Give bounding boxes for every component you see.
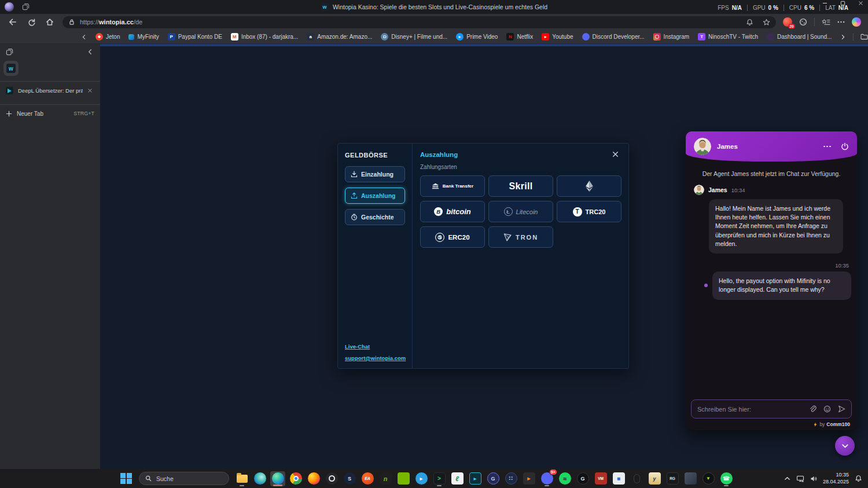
payment-tron[interactable]: TRON bbox=[488, 226, 553, 248]
taskbar-orange-play-app[interactable]: ▸ bbox=[521, 471, 536, 486]
taskbar-edge-beta[interactable] bbox=[252, 471, 267, 486]
taskbar-spotify[interactable]: ≈ bbox=[557, 471, 572, 486]
refresh-button[interactable] bbox=[25, 16, 37, 28]
bookmark-twitch[interactable]: TNinoschTV - Twitch bbox=[698, 33, 758, 41]
withdraw-tab-button[interactable]: Auszahlung bbox=[345, 188, 405, 204]
bookmark-youtube[interactable]: ▸Youtube bbox=[542, 33, 573, 41]
taskbar-g-app[interactable]: G bbox=[486, 471, 501, 486]
chat-menu-button[interactable] bbox=[823, 146, 831, 148]
volume-icon[interactable] bbox=[810, 475, 817, 482]
taskbar-discord[interactable]: 9+ bbox=[539, 471, 554, 486]
end-chat-power-button[interactable] bbox=[841, 142, 849, 151]
tray-expand-chevron[interactable] bbox=[784, 475, 790, 482]
bookmark-myfinity[interactable]: MyFinity bbox=[128, 34, 159, 40]
powerdirector-icon: ▸ bbox=[469, 472, 481, 485]
settings-menu-icon[interactable] bbox=[837, 21, 845, 23]
network-icon[interactable] bbox=[796, 475, 804, 482]
bookmark-disney[interactable]: DDisney+ | Filme und... bbox=[381, 33, 447, 41]
bookmarks-scroll-right[interactable] bbox=[840, 34, 846, 40]
youtube-favicon: ▸ bbox=[542, 33, 549, 41]
collapse-sidebar-button[interactable] bbox=[87, 49, 93, 55]
taskbar-nvidia[interactable]: n bbox=[378, 471, 393, 486]
more-favorites-button[interactable]: Weitere Favoriten bbox=[860, 34, 868, 40]
withdraw-panel-title: Auszahlung bbox=[420, 151, 621, 158]
notifications-bell-icon[interactable] bbox=[746, 19, 753, 26]
payment-trc20[interactable]: T TRC20 bbox=[557, 201, 621, 222]
chat-message-input[interactable] bbox=[697, 406, 802, 413]
taskbar-ea[interactable]: EA bbox=[360, 471, 375, 486]
bank-icon bbox=[432, 183, 439, 189]
bookmark-paypal[interactable]: PPaypal Konto DE bbox=[168, 33, 222, 41]
adblock-extension-icon[interactable]: 20 bbox=[783, 17, 792, 27]
taskbar-steam[interactable]: S bbox=[342, 471, 357, 486]
taskbar-voicemeeter[interactable]: VM bbox=[593, 471, 608, 486]
taskbar-edge-active[interactable] bbox=[270, 471, 285, 486]
bookmark-instagram[interactable]: Instagram bbox=[653, 33, 689, 41]
bookmark-prime-video[interactable]: ▸Prime Video bbox=[456, 33, 498, 41]
bookmark-netflix[interactable]: NNetflix bbox=[506, 33, 533, 41]
send-message-icon[interactable] bbox=[838, 405, 845, 413]
copilot-icon[interactable] bbox=[852, 17, 861, 27]
tab-groups-icon[interactable] bbox=[22, 3, 30, 10]
taskbar-chrome[interactable] bbox=[288, 471, 303, 486]
favorite-star-icon[interactable] bbox=[763, 19, 770, 26]
back-button[interactable] bbox=[7, 16, 19, 28]
disney-favicon: D bbox=[381, 33, 388, 41]
favorites-list-icon[interactable] bbox=[822, 19, 830, 26]
taskbar-obs[interactable] bbox=[324, 471, 339, 486]
taskbar-rg-app[interactable]: RG bbox=[665, 471, 680, 486]
notification-bell-icon[interactable] bbox=[855, 475, 862, 482]
taskbar-mouse-app[interactable] bbox=[629, 471, 644, 486]
payment-bank-transfer[interactable]: Bank Transfer bbox=[420, 175, 485, 197]
deposit-tab-button[interactable]: Einzahlung bbox=[345, 166, 405, 182]
payment-skrill[interactable]: Skrill bbox=[488, 175, 553, 197]
close-tab-icon[interactable] bbox=[87, 88, 93, 93]
tab-activity-icon[interactable] bbox=[6, 48, 13, 56]
taskbar-geforce[interactable] bbox=[396, 471, 411, 486]
bookmarks-scroll-left[interactable] bbox=[81, 34, 87, 40]
browser-logo[interactable] bbox=[5, 2, 14, 12]
live-chat-link[interactable]: Live-Chat bbox=[345, 343, 406, 350]
bookmark-amazon[interactable]: aAmazon.de: Amazo... bbox=[307, 33, 372, 41]
payment-bitcoin[interactable]: B bitcoin bbox=[420, 201, 485, 222]
taskbar-search[interactable]: Suche bbox=[139, 472, 229, 485]
attach-file-icon[interactable] bbox=[809, 405, 816, 413]
taskbar-whatsapp[interactable]: ☎ bbox=[719, 471, 734, 486]
payment-ethereum[interactable] bbox=[557, 175, 621, 197]
close-window-button[interactable] bbox=[858, 1, 863, 6]
address-bar[interactable]: https://wintopia.cc/de bbox=[62, 16, 776, 28]
payment-erc20[interactable]: $ ERC20 bbox=[420, 226, 485, 248]
taskbar-file-explorer[interactable] bbox=[234, 471, 249, 486]
emoji-icon[interactable] bbox=[823, 405, 831, 413]
taskbar-game-app[interactable] bbox=[683, 471, 698, 486]
cookie-extension-icon[interactable] bbox=[799, 18, 807, 26]
taskbar-green-arrow-app[interactable]: > bbox=[432, 471, 447, 486]
taskbar-firefox[interactable] bbox=[306, 471, 321, 486]
system-tray: 10:35 28.04.2025 bbox=[784, 472, 868, 485]
minimize-button[interactable] bbox=[822, 1, 827, 6]
new-tab-button[interactable]: Neuer Tab STRG+T bbox=[0, 105, 100, 122]
tab-deepl[interactable]: DeepL Übersetzer: Der präzis bbox=[0, 82, 100, 99]
maximize-button[interactable] bbox=[840, 1, 845, 6]
taskbar-powerdirector[interactable]: ▸ bbox=[468, 471, 483, 486]
taskbar-pen-app[interactable]: ℓ bbox=[450, 471, 465, 486]
taskbar-grid-app[interactable]: ∷ bbox=[503, 471, 518, 486]
taskbar-telegram[interactable]: ▸ bbox=[414, 471, 429, 486]
payment-litecoin[interactable]: Ł Litecoin bbox=[488, 201, 553, 222]
taskbar-downloader-app[interactable]: ▼ bbox=[701, 471, 716, 486]
history-tab-button[interactable]: Geschichte bbox=[345, 209, 405, 225]
bookmark-inbox[interactable]: MInbox (87) - darjakra... bbox=[231, 33, 298, 41]
taskbar-logitech[interactable]: G bbox=[575, 471, 590, 486]
chat-scroll-down-button[interactable] bbox=[835, 436, 855, 456]
taskbar-gold-app[interactable]: y bbox=[647, 471, 662, 486]
support-email-link[interactable]: support@wintopia.com bbox=[345, 355, 406, 361]
taskbar-display-app[interactable]: ■ bbox=[611, 471, 626, 486]
bookmark-jeton[interactable]: Jeton bbox=[95, 33, 120, 41]
modal-close-button[interactable] bbox=[610, 149, 620, 159]
clock[interactable]: 10:35 28.04.2025 bbox=[823, 472, 849, 485]
home-button[interactable] bbox=[44, 16, 56, 28]
bookmark-discord[interactable]: Discord Developer... bbox=[582, 33, 645, 41]
start-button[interactable] bbox=[119, 471, 134, 486]
active-tab-wintopia[interactable]: w bbox=[3, 61, 19, 76]
bookmark-dashboard-sound[interactable]: Dashboard | Sound... bbox=[767, 33, 832, 41]
